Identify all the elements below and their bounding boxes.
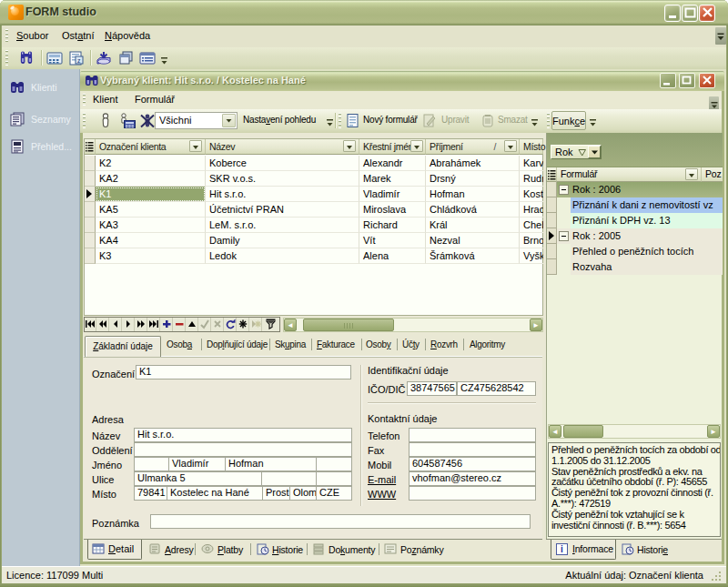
svg-text:z: z	[77, 57, 81, 64]
